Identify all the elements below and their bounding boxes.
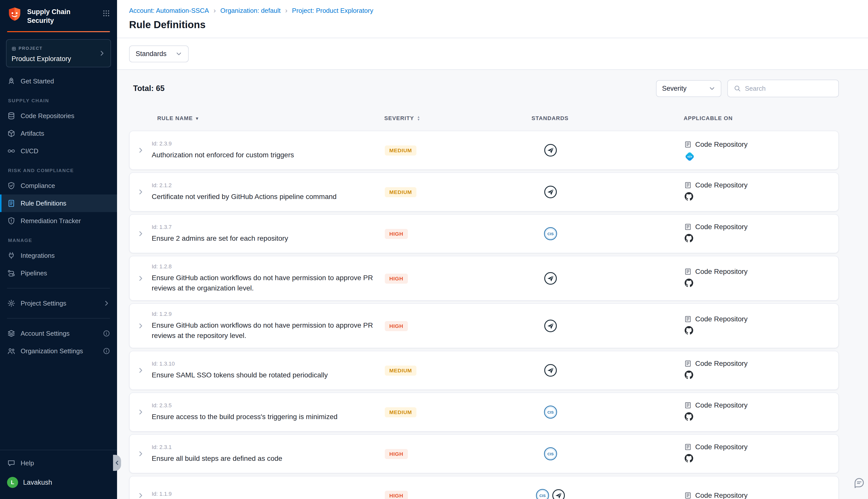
sort-updown-icon: ▲▼ [417,115,420,121]
shield-icon [7,217,15,225]
sidebar-item-label: CI/CD [21,147,38,155]
sidebar-item-rule-definitions[interactable]: Rule Definitions [0,194,117,212]
breadcrumb: Account: Automation-SSCA › Organization:… [129,7,856,15]
column-header-label: SEVERITY [384,115,414,122]
breadcrumb-organization-link[interactable]: Organization: default [220,7,281,15]
table-row[interactable]: Id: 2.1.2Certificate not verified by Git… [129,172,839,211]
column-header-label: RULE NAME [157,115,193,122]
sidebar-item-pipelines[interactable]: Pipelines [0,264,117,282]
row-expand-chevron-icon[interactable] [129,188,152,195]
rule-name: Authorization not enforced for custom tr… [152,150,385,160]
user-menu[interactable]: L Lavakush [0,472,117,493]
github-icon [685,370,693,381]
sidebar-item-help[interactable]: Help [0,454,117,472]
standards-cell [485,272,616,285]
table-row[interactable]: Id: 1.3.10Ensure SAML SSO tokens should … [129,351,839,390]
row-expand-chevron-icon[interactable] [129,367,152,374]
sidebar-item-get-started[interactable]: Get Started [0,72,117,90]
rule-id: Id: 2.1.2 [152,182,385,189]
sidebar-item-label: Help [21,459,34,467]
search-box[interactable] [727,80,839,97]
applicable-on-label: Code Repository [695,223,748,231]
row-expand-chevron-icon[interactable] [129,275,152,282]
table-row[interactable]: Id: 2.3.5Ensure access to the build proc… [129,392,839,432]
rocket-icon [7,77,15,85]
sidebar-item-artifacts[interactable]: Artifacts [0,125,117,142]
github-icon [685,454,693,465]
applicable-cell: Code Repository [616,181,838,203]
rule-id: Id: 1.2.9 [152,311,385,317]
row-expand-chevron-icon[interactable] [129,322,152,329]
severity-filter-dropdown[interactable]: Severity [656,80,721,97]
paper-plane-standard-icon [544,272,557,285]
rule-id: Id: 1.3.10 [152,361,385,367]
table-row[interactable]: Id: 1.3.7Ensure 2 admins are set for eac… [129,214,839,253]
applicable-cell: Code Repository [616,315,838,337]
chevron-down-icon [176,50,182,57]
breadcrumb-separator: › [213,7,216,15]
sidebar-section-label: MANAGE [0,230,117,247]
sidebar-item-label: Rule Definitions [21,199,66,207]
app-switcher-grid-icon[interactable] [102,7,110,19]
user-name: Lavakush [23,479,52,486]
sidebar-item-compliance[interactable]: Compliance [0,177,117,194]
chevron-right-icon[interactable] [103,300,110,307]
standards-cell: CIS [485,447,616,460]
standards-cell [485,319,616,332]
chevron-right-icon [98,50,106,57]
sidebar-footer: Help L Lavakush [0,450,117,499]
standards-filter-dropdown[interactable]: Standards [129,46,189,62]
info-icon[interactable] [103,330,110,337]
chevron-down-icon [709,85,715,92]
applicable-cell: Code Repository [616,491,838,499]
breadcrumb-account-link[interactable]: Account: Automation-SSCA [129,7,209,15]
sidebar-item-cicd[interactable]: CI/CD [0,142,117,160]
column-header-rule-name[interactable]: RULE NAME ▾ [151,115,384,122]
column-header-applicable-on: APPLICABLE ON [615,115,839,122]
sidebar-item-organization-settings[interactable]: Organization Settings [0,342,117,360]
rule-name: Ensure all build steps are defined as co… [152,453,385,464]
sidebar-item-remediation-tracker[interactable]: Remediation Tracker [0,212,117,230]
row-expand-chevron-icon[interactable] [129,492,152,499]
shield-check-icon [7,181,15,190]
code-repository-icon [684,315,692,323]
sidebar-collapse-handle[interactable] [113,455,121,471]
row-expand-chevron-icon[interactable] [129,147,152,154]
project-icon [12,44,16,53]
breadcrumb-separator: › [285,7,287,15]
table-row[interactable]: Id: 1.1.9HIGHCISCode Repository [129,476,839,499]
rule-list: Id: 2.3.9Authorization not enforced for … [129,131,839,499]
table-row[interactable]: Id: 1.2.8Ensure GitHub action workflows … [129,256,839,301]
breadcrumb-project-link[interactable]: Project: Product Exploratory [292,7,373,15]
row-expand-chevron-icon[interactable] [129,450,152,457]
table-header-row: RULE NAME ▾ SEVERITY ▲▼ STANDARDS APPLIC… [129,115,839,122]
severity-badge: HIGH [385,229,408,239]
rule-id: Id: 2.3.5 [152,402,385,409]
sidebar-item-account-settings[interactable]: Account Settings [0,325,117,342]
search-input[interactable] [745,85,832,93]
sidebar-item-label: Account Settings [21,330,70,338]
sidebar-item-project-settings[interactable]: Project Settings [0,294,117,312]
sidebar-item-label: Integrations [21,252,55,259]
search-icon [734,85,741,92]
table-row[interactable]: Id: 1.2.9Ensure GitHub action workflows … [129,303,839,348]
brand-accent-line [7,31,110,32]
applicable-on-label: Code Repository [695,443,748,451]
github-icon [685,279,693,289]
rule-id: Id: 2.3.1 [152,444,385,451]
divider [7,318,110,319]
table-row[interactable]: Id: 2.3.9Authorization not enforced for … [129,131,839,170]
sidebar-item-code-repositories[interactable]: Code Repositories [0,107,117,125]
sidebar-item-label: Get Started [21,77,54,85]
project-selector[interactable]: PROJECT Product Exploratory [6,39,111,67]
column-header-severity[interactable]: SEVERITY ▲▼ [384,115,485,122]
table-row[interactable]: Id: 2.3.1Ensure all build steps are defi… [129,434,839,473]
github-icon [685,192,693,203]
sidebar-item-integrations[interactable]: Integrations [0,247,117,264]
info-icon[interactable] [103,348,110,354]
row-expand-chevron-icon[interactable] [129,230,152,237]
plug-icon [7,251,15,260]
row-expand-chevron-icon[interactable] [129,409,152,416]
standards-cell: CIS [485,405,616,418]
support-chat-icon[interactable] [853,476,866,489]
